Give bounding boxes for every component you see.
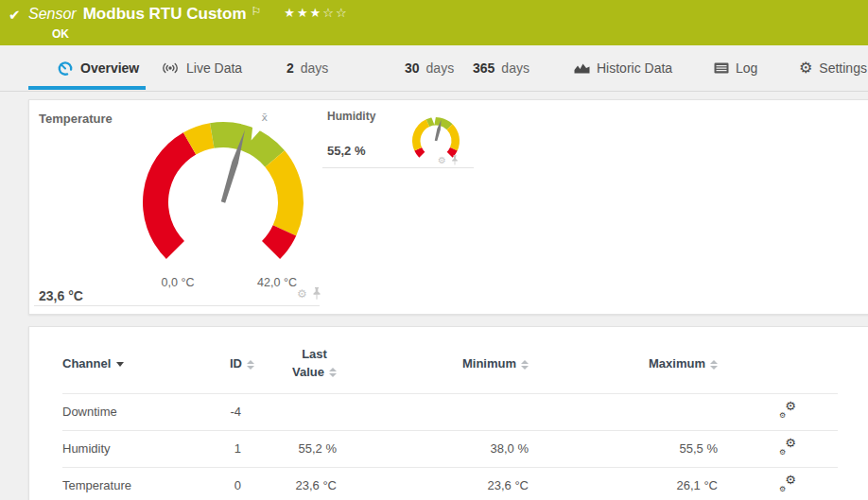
tab-bar: Overview Live Data 2 days 30 days 365 da…	[0, 45, 868, 92]
stars-empty: ☆☆	[322, 6, 348, 20]
sort-desc-icon	[116, 362, 124, 367]
header-minimum[interactable]: Minimum	[337, 327, 529, 393]
live-data-icon	[161, 61, 180, 75]
tab-30-days-unit: days	[426, 60, 455, 76]
header-channel[interactable]: Channel	[62, 327, 185, 393]
tab-settings-label: Settings	[819, 60, 867, 76]
channel-maximum: 55,5 %	[529, 430, 718, 467]
channel-minimum: 38,0 %	[337, 430, 529, 467]
sensor-title-line: SensorModbus RTU Custom⚐★★★☆☆	[28, 5, 349, 24]
status-badge: OK	[52, 27, 69, 41]
channel-minimum: 23,6 °C	[337, 467, 529, 500]
temperature-current-value: 23,6 °C	[39, 288, 83, 303]
status-check-icon: ✔	[9, 7, 21, 24]
channels-table-panel: Channel ID Last Value Minimum Maximum Do…	[28, 326, 868, 500]
gauge-settings-icon[interactable]: ⚙	[297, 288, 307, 300]
channel-settings-icon[interactable]: ⚙⚙	[780, 440, 796, 456]
pin-icon[interactable]	[312, 287, 321, 300]
tab-2-days[interactable]: 2 days	[286, 45, 328, 90]
priority-stars[interactable]: ★★★☆☆	[284, 6, 348, 20]
sort-icon	[521, 360, 529, 370]
channel-maximum	[529, 393, 718, 430]
tab-2-days-unit: days	[301, 60, 329, 76]
channel-last-value	[254, 393, 337, 430]
temperature-gauge-title: Temperature	[39, 112, 113, 126]
historic-data-icon	[574, 61, 590, 74]
channel-id: -4	[185, 393, 254, 430]
channel-maximum: 26,1 °C	[529, 467, 718, 500]
tab-live-data[interactable]: Live Data	[161, 45, 242, 90]
table-row-temperature: Temperature 0 23,6 °C 23,6 °C 26,1 °C ⚙⚙	[62, 467, 838, 500]
gauge-icon	[57, 60, 74, 77]
flag-icon[interactable]: ⚐	[252, 5, 262, 18]
humidity-gauge-title: Humidity	[327, 110, 375, 123]
tab-overview-label: Overview	[80, 60, 139, 76]
tab-30-days[interactable]: 30 days	[405, 45, 454, 90]
header-last-line2: Value	[292, 365, 324, 379]
channel-id: 0	[185, 467, 254, 500]
page-title: Modbus RTU Custom	[83, 5, 247, 23]
tab-historic-data-label: Historic Data	[597, 60, 672, 76]
tab-365-days[interactable]: 365 days	[473, 45, 529, 90]
humidity-current-value: 55,2 %	[327, 144, 365, 158]
header-last-line1: Last	[302, 347, 327, 361]
channel-name[interactable]: Humidity	[62, 430, 185, 467]
channel-minimum	[337, 393, 529, 430]
header-maximum[interactable]: Maximum	[529, 327, 718, 393]
temperature-cell-divider	[34, 305, 320, 306]
sensor-header: ✔ SensorModbus RTU Custom⚐★★★☆☆ OK	[0, 0, 868, 45]
gauges-panel: Temperature x̄ 0,0 °C 42,0 °C 23,6 °C ⚙ …	[28, 99, 868, 315]
channel-name[interactable]: Temperature	[62, 467, 185, 500]
tab-365-days-unit: days	[501, 60, 529, 76]
table-header-row: Channel ID Last Value Minimum Maximum	[62, 327, 838, 393]
tab-log-label: Log	[736, 60, 757, 76]
tab-settings[interactable]: ⚙ Settings	[799, 45, 867, 90]
tab-log[interactable]: Log	[714, 45, 757, 90]
table-row-downtime: Downtime -4 ⚙⚙	[62, 393, 838, 430]
tab-live-data-label: Live Data	[186, 60, 242, 76]
tab-2-days-number: 2	[286, 60, 294, 76]
active-tab-underline	[28, 86, 146, 90]
gauge-min-label: 0,0 °C	[145, 276, 211, 289]
channel-name[interactable]: Downtime	[62, 393, 185, 430]
channel-id: 1	[185, 430, 254, 467]
channels-table: Channel ID Last Value Minimum Maximum Do…	[62, 327, 838, 500]
pin-icon[interactable]	[451, 155, 459, 165]
tab-365-days-number: 365	[473, 60, 495, 76]
tab-30-days-number: 30	[405, 60, 420, 76]
channel-settings-icon[interactable]: ⚙⚙	[780, 403, 796, 419]
header-last-value[interactable]: Last Value	[254, 327, 337, 393]
humidity-gauge-tools: ⚙	[438, 155, 459, 165]
stars-filled: ★★★	[284, 6, 322, 20]
channel-last-value: 23,6 °C	[254, 467, 337, 500]
prtg-sensor-page: ✔ SensorModbus RTU Custom⚐★★★☆☆ OK Overv…	[0, 0, 868, 500]
tab-overview[interactable]: Overview	[28, 45, 146, 90]
object-kind-label: Sensor	[28, 6, 77, 22]
sort-icon	[710, 360, 718, 370]
humidity-cell-divider	[322, 167, 474, 168]
channel-last-value: 55,2 %	[254, 430, 337, 467]
tab-historic-data[interactable]: Historic Data	[574, 45, 672, 90]
sort-icon	[247, 360, 254, 370]
header-id[interactable]: ID	[185, 327, 254, 393]
sort-icon	[329, 368, 337, 377]
temperature-gauge-tools: ⚙	[297, 287, 321, 300]
table-row-humidity: Humidity 1 55,2 % 38,0 % 55,5 % ⚙⚙	[62, 430, 838, 467]
temperature-gauge: x̄	[124, 103, 322, 302]
svg-text:x̄: x̄	[262, 112, 269, 124]
gauge-settings-icon[interactable]: ⚙	[438, 156, 446, 165]
log-icon	[714, 62, 729, 74]
channel-settings-icon[interactable]: ⚙⚙	[780, 476, 796, 492]
gear-icon: ⚙	[799, 60, 812, 76]
